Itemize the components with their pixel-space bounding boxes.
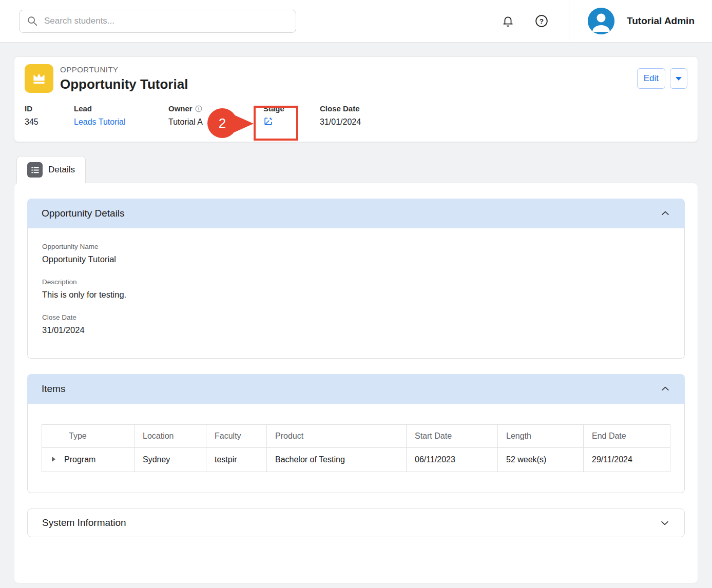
col-length: Length	[498, 425, 584, 448]
details-panel: Opportunity Details Opportunity Name Opp…	[14, 183, 698, 583]
chevron-down-icon	[676, 77, 682, 81]
section-items: Items Type Location Faculty Product Star…	[27, 374, 685, 493]
help-icon: ?	[535, 14, 548, 28]
cell-end-date: 29/11/2024	[584, 448, 670, 472]
info-icon	[195, 105, 202, 112]
cell-length: 52 week(s)	[498, 448, 584, 472]
detail-opportunity-name: Opportunity Name Opportunity Tutorial	[42, 243, 670, 264]
chevron-down-icon[interactable]	[660, 518, 670, 528]
field-stage: Stage	[263, 104, 320, 128]
col-end-date: End Date	[584, 425, 670, 448]
detail-close-date: Close Date 31/01/2024	[42, 313, 670, 335]
section-system-information[interactable]: System Information	[27, 508, 685, 537]
system-information-title: System Information	[42, 517, 126, 528]
field-stage-label: Stage	[263, 104, 320, 113]
field-owner-value: Tutorial A	[168, 117, 263, 127]
field-lead: Lead Leads Tutorial	[74, 104, 168, 128]
cell-type: Program	[42, 448, 134, 472]
opportunity-crown-icon	[25, 64, 53, 93]
page-title: Opportunity Tutorial	[60, 76, 188, 92]
field-id-value: 345	[25, 117, 74, 127]
user-name: Tutorial Admin	[627, 15, 695, 27]
chevron-up-icon[interactable]	[660, 384, 670, 394]
cell-location: Sydney	[134, 448, 206, 472]
chevron-up-icon[interactable]	[660, 208, 670, 219]
table-row[interactable]: Program Sydney testpir Bachelor of Testi…	[42, 448, 670, 472]
cell-product: Bachelor of Testing	[267, 448, 407, 472]
search-box[interactable]	[19, 10, 296, 33]
opportunity-details-title: Opportunity Details	[42, 208, 125, 219]
field-id-label: ID	[25, 104, 74, 113]
items-table: Type Location Faculty Product Start Date…	[42, 424, 670, 472]
notifications-button[interactable]	[498, 12, 517, 31]
lead-link[interactable]: Leads Tutorial	[74, 117, 126, 126]
field-close-date-value: 31/01/2024	[320, 117, 361, 127]
search-icon	[27, 15, 38, 27]
row-expand-icon[interactable]	[52, 457, 55, 462]
cell-start-date: 06/11/2023	[407, 448, 498, 472]
field-owner: Owner Tutorial A	[168, 104, 263, 128]
detail-description-label: Description	[42, 278, 670, 286]
field-close-date: Close Date 31/01/2024	[320, 104, 361, 128]
section-opportunity-details: Opportunity Details Opportunity Name Opp…	[27, 199, 685, 359]
edit-button[interactable]: Edit	[637, 68, 665, 89]
field-id: ID 345	[25, 104, 74, 128]
col-product: Product	[267, 425, 407, 448]
detail-close-date-label: Close Date	[42, 313, 670, 321]
col-faculty: Faculty	[206, 425, 267, 448]
field-lead-label: Lead	[74, 104, 168, 113]
detail-description-value: This is only for testing.	[42, 290, 670, 300]
details-list-icon	[27, 162, 43, 178]
svg-text:?: ?	[540, 17, 544, 25]
col-start-date: Start Date	[407, 425, 498, 448]
col-location: Location	[134, 425, 206, 448]
cell-faculty: testpir	[206, 448, 267, 472]
detail-close-date-value: 31/01/2024	[42, 325, 670, 335]
search-input[interactable]	[43, 15, 288, 27]
stage-edit-icon[interactable]	[263, 116, 273, 128]
tab-details[interactable]: Details	[16, 156, 86, 183]
opportunity-details-header[interactable]: Opportunity Details	[27, 199, 685, 228]
topbar: ? Tutorial Admin	[0, 0, 712, 43]
topbar-divider	[569, 0, 569, 43]
bell-icon	[502, 15, 514, 28]
user-icon	[588, 8, 614, 34]
tabs-row: Details	[14, 156, 698, 183]
detail-opportunity-name-label: Opportunity Name	[42, 243, 670, 250]
cell-type-value: Program	[64, 455, 95, 464]
record-header-card: OPPORTUNITY Opportunity Tutorial Edit ID…	[14, 56, 698, 142]
detail-opportunity-name-value: Opportunity Tutorial	[42, 254, 670, 264]
entity-label: OPPORTUNITY	[60, 65, 188, 74]
items-title: Items	[42, 383, 65, 395]
avatar[interactable]	[588, 8, 614, 34]
items-table-header-row: Type Location Faculty Product Start Date…	[42, 425, 670, 448]
items-header[interactable]: Items	[27, 374, 685, 404]
tab-details-label: Details	[48, 165, 75, 175]
help-button[interactable]: ?	[532, 11, 551, 31]
col-type: Type	[42, 425, 134, 448]
field-close-date-label: Close Date	[320, 104, 361, 113]
detail-description: Description This is only for testing.	[42, 278, 670, 300]
more-actions-button[interactable]	[670, 68, 687, 89]
field-owner-label: Owner	[168, 104, 193, 113]
